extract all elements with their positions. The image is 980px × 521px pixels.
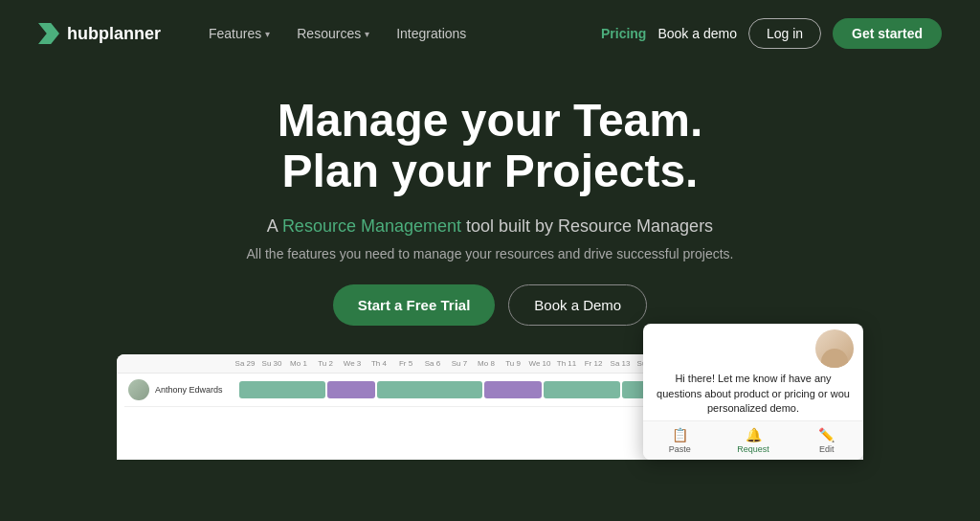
bar-5 [544, 381, 620, 398]
nav-right: Pricing Book a demo Log in Get started [601, 18, 942, 49]
dashboard-preview-container: Sa 29 Su 30 Mo 1 Tu 2 We 3 Th 4 Fr 5 Sa … [117, 354, 863, 460]
book-demo-button[interactable]: Book a Demo [508, 284, 647, 326]
chevron-down-icon: ▾ [265, 29, 270, 39]
chat-actions: 📋 Paste 🔔 Request ✏️ Edit [643, 420, 863, 460]
chat-avatar-body [821, 349, 848, 368]
chat-avatar [815, 329, 854, 368]
chat-avatar-row [643, 324, 863, 368]
request-icon: 🔔 [746, 427, 762, 442]
chevron-down-icon: ▾ [365, 29, 369, 39]
hero-subline-highlight: Resource Management [282, 216, 461, 236]
chat-edit-button[interactable]: ✏️ Edit [790, 421, 863, 460]
hero-desc-text: All the features you need to manage your… [247, 246, 734, 261]
logo[interactable]: hubplanner [38, 23, 161, 44]
get-started-button[interactable]: Get started [833, 18, 942, 49]
chat-widget: Hi there! Let me know if have any questi… [643, 324, 863, 459]
nav-features[interactable]: Features ▾ [199, 20, 279, 47]
edit-icon: ✏️ [818, 427, 835, 442]
chat-message: Hi there! Let me know if have any questi… [643, 368, 863, 419]
chat-paste-label: Paste [669, 444, 691, 454]
chat-request-label: Request [737, 444, 769, 454]
chat-request-button[interactable]: 🔔 Request [717, 421, 791, 460]
bar-1 [239, 381, 325, 398]
person-cell: Anthony Edwards [121, 374, 235, 406]
hero-headline-line1: Manage your Team. [278, 95, 703, 146]
paste-icon: 📋 [672, 427, 688, 442]
logo-icon [38, 23, 59, 44]
nav-links: Features ▾ Resources ▾ Integrations [199, 20, 601, 47]
navigation: hubplanner Features ▾ Resources ▾ Integr… [0, 0, 980, 67]
start-trial-button[interactable]: Start a Free Trial [333, 284, 496, 326]
login-button[interactable]: Log in [748, 18, 821, 49]
nav-resources[interactable]: Resources ▾ [287, 20, 379, 47]
nav-pricing[interactable]: Pricing [601, 26, 646, 41]
chat-paste-button[interactable]: 📋 Paste [643, 421, 717, 460]
hero-subline: A Resource Management tool built by Reso… [38, 216, 942, 237]
hero-description: All the features you need to manage your… [38, 246, 942, 261]
hero-headline-line2: Plan your Projects. [282, 146, 699, 196]
avatar [128, 379, 149, 400]
logo-text: hubplanner [67, 24, 161, 44]
bar-3 [377, 381, 482, 398]
hero-buttons: Start a Free Trial Book a Demo [38, 284, 942, 326]
bar-4 [484, 381, 542, 398]
nav-book-demo[interactable]: Book a demo [657, 26, 737, 41]
bar-2 [327, 381, 375, 398]
chat-edit-label: Edit [819, 444, 835, 454]
hero-section: Manage your Team. Plan your Projects. A … [0, 67, 980, 479]
person-name: Anthony Edwards [155, 385, 223, 395]
hero-headline: Manage your Team. Plan your Projects. [38, 96, 942, 197]
nav-integrations[interactable]: Integrations [387, 20, 476, 47]
